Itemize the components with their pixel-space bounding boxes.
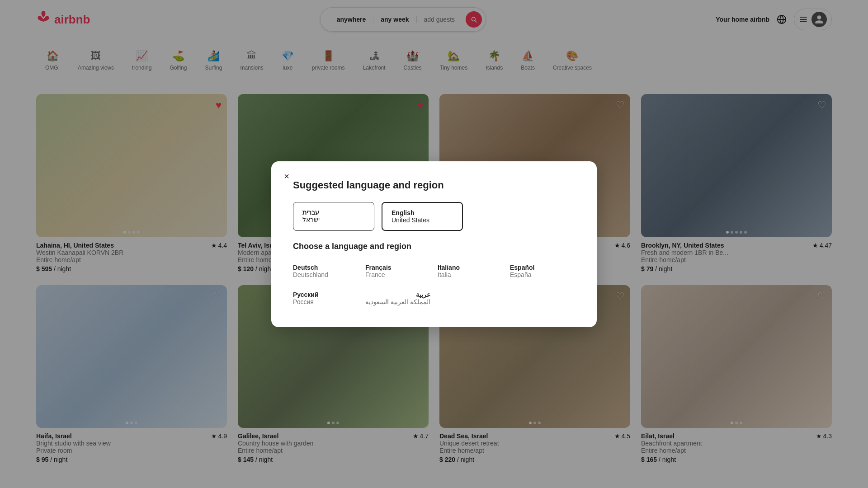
language-grid: Deutsch Deutschland Français France Ital… <box>293 260 575 309</box>
suggested-languages-section: עברית ישראל English United States <box>293 202 575 231</box>
arabic-region: المملكة العربية السعودية <box>365 298 430 305</box>
arabic-name: عربية <box>365 291 430 298</box>
suggested-lang-options: עברית ישראל English United States <box>293 202 575 231</box>
close-icon: × <box>284 171 289 182</box>
lang-francais[interactable]: Français France <box>365 260 430 282</box>
lang-arabic[interactable]: عربية المملكة العربية السعودية <box>365 287 430 309</box>
francais-name: Français <box>365 264 430 271</box>
english-lang-region: United States <box>392 216 453 224</box>
lang-italiano[interactable]: Italiano Italia <box>438 260 503 282</box>
choose-section-title: Choose a language and region <box>293 242 575 251</box>
francais-region: France <box>365 271 430 278</box>
modal-overlay[interactable]: × Suggested language and region עברית יש… <box>0 0 868 488</box>
russian-region: Россия <box>293 298 358 305</box>
deutsch-region: Deutschland <box>293 271 358 278</box>
italiano-region: Italia <box>438 271 503 278</box>
suggested-lang-english[interactable]: English United States <box>382 202 463 231</box>
modal-title: Suggested language and region <box>293 179 575 191</box>
espanol-region: España <box>510 271 575 278</box>
lang-russian[interactable]: Русский Россия <box>293 287 358 309</box>
espanol-name: Español <box>510 264 575 271</box>
hebrew-lang-region: ישראל <box>302 216 365 223</box>
language-modal: × Suggested language and region עברית יש… <box>271 161 597 327</box>
deutsch-name: Deutsch <box>293 264 358 271</box>
russian-name: Русский <box>293 291 358 298</box>
english-lang-name: English <box>392 209 453 216</box>
lang-deutsch[interactable]: Deutsch Deutschland <box>293 260 358 282</box>
lang-espanol[interactable]: Español España <box>510 260 575 282</box>
suggested-lang-hebrew[interactable]: עברית ישראל <box>293 202 374 231</box>
italiano-name: Italiano <box>438 264 503 271</box>
modal-close-button[interactable]: × <box>278 169 295 185</box>
hebrew-lang-name: עברית <box>302 209 365 216</box>
